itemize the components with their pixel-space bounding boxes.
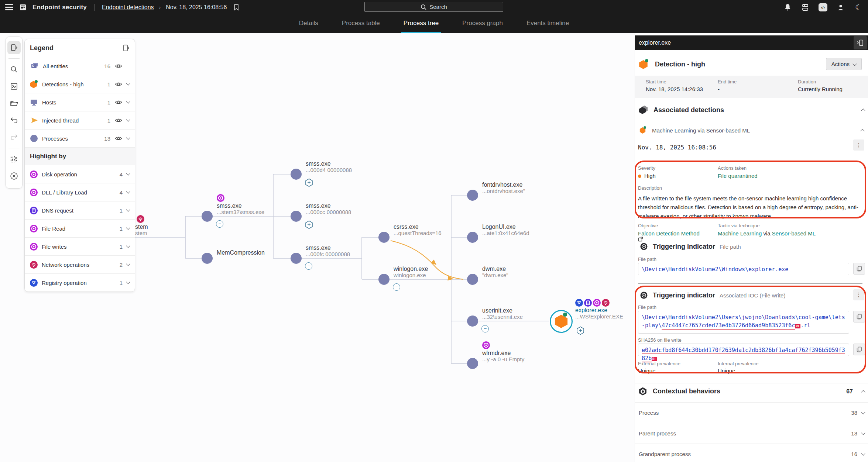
collapse-node-button[interactable]: − [216,220,223,228]
collapse-legend-icon[interactable] [7,41,21,54]
ioc-file-path-value[interactable]: \Device\HarddiskVolume2\Users\jwojno\Dow… [638,311,849,334]
folder-icon[interactable] [7,97,21,110]
kebab-menu-icon[interactable]: ⋮ [853,289,864,300]
process-circle[interactable] [467,274,478,285]
collapse-panel-icon[interactable] [854,36,867,49]
contextual-behaviors-header[interactable]: Contextual behaviors 67 [635,383,868,399]
expand-chevron-icon[interactable] [126,225,130,230]
legend-row-disk-operation[interactable]: Disk operation 4 [25,165,135,183]
dark-mode-moon-icon[interactable]: ☾ [854,3,863,12]
expand-chevron-icon[interactable] [126,189,130,193]
expand-chevron-icon[interactable] [861,410,865,414]
behavior-row-process[interactable]: Process 38 [635,402,868,423]
process-circle[interactable] [467,358,478,369]
behavior-row-parent-process[interactable]: Parent process 13 [635,423,868,444]
visibility-eye-icon[interactable] [114,82,123,87]
legend-row-network-operations[interactable]: Network operations 2 [25,255,135,273]
breadcrumb-current: Nov. 18, 2025 16:08:56 [166,4,227,11]
behavior-row-grandparent-process[interactable]: Grandparent process 16 [635,444,868,462]
sha256-value[interactable]: e02adcfbd8f644c30bdd170f2639da1c2db3826b… [638,344,849,356]
copy-icon[interactable] [853,344,865,355]
visibility-eye-icon[interactable] [114,118,123,123]
tab-process-table[interactable]: Process table [340,14,382,33]
clear-selection-icon[interactable] [7,169,21,183]
collapse-node-button[interactable]: − [393,283,400,291]
process-circle[interactable] [291,253,302,264]
legend-row-injected-thread[interactable]: Injected thread 1 [25,111,135,129]
process-tree-canvas[interactable]: Legend All entities 16 Detecti [0,33,635,462]
expand-chevron-icon[interactable] [126,244,130,248]
code-badge-icon[interactable]: ‹/› [819,3,827,12]
expand-chevron-icon[interactable] [126,207,130,211]
expand-chevron-icon[interactable] [126,280,130,284]
process-circle[interactable] [202,253,213,264]
user-profile-icon[interactable] [836,3,845,12]
legend-row-file-read[interactable]: File Read 1 [25,219,135,237]
kebab-menu-icon[interactable]: ⋮ [853,139,864,151]
collapse-chevron-icon[interactable] [860,129,864,133]
process-circle[interactable] [467,232,478,243]
redo-icon[interactable] [7,131,21,144]
process-circle[interactable] [291,169,302,180]
collapse-chevron-icon[interactable] [861,390,865,394]
process-circle[interactable] [378,232,390,243]
file-operation-icon [593,299,601,307]
expand-chevron-icon[interactable] [861,431,865,435]
legend-row-hosts[interactable]: Hosts 1 [25,93,135,111]
expand-chevron-icon[interactable] [126,171,130,175]
tab-details[interactable]: Details [297,14,320,33]
actions-button[interactable]: Actions [826,58,862,70]
search-icon[interactable] [7,63,21,76]
associated-detections-header[interactable]: Associated detections [635,103,868,117]
file-path-value[interactable]: \Device\HarddiskVolume2\Windows\explorer… [638,263,849,275]
expand-node-button[interactable] [305,178,313,187]
expand-chevron-icon[interactable] [861,451,865,455]
process-circle[interactable] [467,190,478,201]
expand-chevron-icon[interactable] [126,135,130,139]
process-circle[interactable] [202,211,213,222]
tab-process-tree[interactable]: Process tree [401,14,441,33]
expand-chevron-icon[interactable] [126,81,130,85]
undo-icon[interactable] [7,114,21,127]
copy-icon[interactable] [853,311,865,323]
tab-events-timeline[interactable]: Events timeline [524,14,571,33]
expand-chevron-icon[interactable] [126,99,130,103]
visibility-eye-icon[interactable] [114,63,123,69]
process-circle[interactable] [291,211,302,222]
collapse-chevron-icon[interactable] [861,108,865,113]
tab-process-graph[interactable]: Process graph [460,14,505,33]
legend-row-detections-high[interactable]: Detections - high 1 [25,75,135,93]
objective-value[interactable]: Falcon Detection Method [638,230,703,242]
visibility-eye-icon[interactable] [114,136,123,141]
bookmark-icon[interactable] [232,3,241,12]
app-logo-icon[interactable] [18,3,27,12]
layout-icon[interactable] [7,152,21,166]
legend-row-processes[interactable]: Processes 13 [25,129,135,147]
legend-row-dns-request[interactable]: DNS request 1 [25,201,135,219]
snapshot-icon[interactable] [7,80,21,93]
collapse-node-button[interactable]: − [481,325,489,332]
objective-label: Objective [638,223,658,228]
global-search-input[interactable]: Search [364,2,503,12]
notifications-bell-icon[interactable] [783,3,792,12]
collapse-legend-icon[interactable] [121,44,130,52]
collapse-node-button[interactable]: − [305,262,312,270]
hamburger-menu-icon[interactable] [5,4,13,10]
process-circle[interactable] [378,274,390,285]
legend-row-dll-load[interactable]: DLL / Library Load 4 [25,183,135,201]
expand-node-button[interactable] [305,220,313,229]
legend-row-registry-operation[interactable]: Registry operation 1 [25,273,135,292]
legend-row-file-writes[interactable]: File writes 1 [25,237,135,255]
process-circle[interactable] [467,316,478,327]
expand-chevron-icon[interactable] [126,117,130,121]
host-group-icon[interactable] [801,3,810,12]
expand-node-button[interactable] [576,326,584,335]
breadcrumb-link[interactable]: Endpoint detections [102,4,154,11]
expand-chevron-icon[interactable] [126,262,130,266]
copy-icon[interactable] [853,263,865,275]
visibility-eye-icon[interactable] [114,100,123,105]
legend-row-all-entities[interactable]: All entities 16 [25,57,135,75]
actions-taken-value[interactable]: File quarantined [718,173,758,179]
tactic-value: Machine Learning via Sensor-based ML [718,230,816,237]
ml-detection-row[interactable]: Machine Learning via Sensor-based ML [635,125,868,136]
